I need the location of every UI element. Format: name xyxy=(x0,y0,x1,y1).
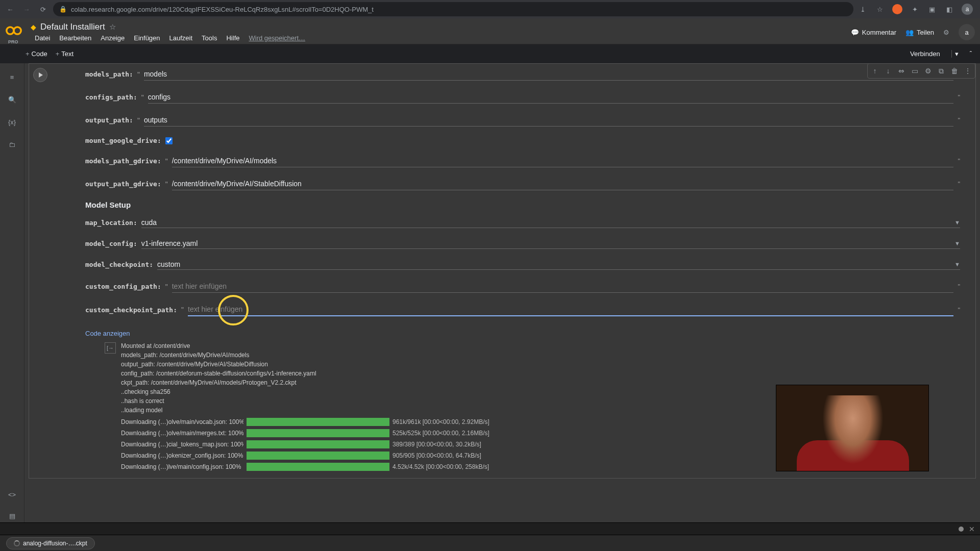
run-cell-button[interactable] xyxy=(33,68,47,82)
cell-menu-button[interactable]: ⋮ xyxy=(962,65,974,77)
forward-button[interactable]: → xyxy=(20,3,33,15)
model-config-dropdown[interactable]: v1-inference.yaml▼ xyxy=(141,238,960,249)
output-path-gdrive-label: output_path_gdrive: xyxy=(85,180,161,188)
reload-button[interactable]: ⟳ xyxy=(37,3,49,15)
share-button[interactable]: 👥 Teilen xyxy=(905,29,934,36)
progress-label: Downloading (…)olve/main/vocab.json: 100… xyxy=(121,418,243,425)
output-line: output_path: /content/drive/MyDrive/AI/S… xyxy=(121,360,960,369)
connect-button[interactable]: Verbinden xyxy=(903,48,947,60)
custom-checkpoint-path-input[interactable] xyxy=(188,303,953,316)
sidebar-icon[interactable]: ◧ xyxy=(944,4,954,14)
menu-tools[interactable]: Tools xyxy=(198,33,221,43)
progress-stats: 525k/525k [00:00<00:00, 2.16MB/s] xyxy=(393,430,489,437)
move-down-button[interactable]: ↓ xyxy=(882,65,894,77)
status-close-button[interactable]: ✕ xyxy=(969,525,975,533)
comment-cell-button[interactable]: ▭ xyxy=(909,65,921,77)
extension-orange-icon[interactable] xyxy=(892,4,902,14)
bookmark-icon[interactable]: ☆ xyxy=(875,4,885,14)
cell-toolbar: ↑ ↓ ⇔ ▭ ⚙ ⧉ 🗑 ⋮ xyxy=(867,63,975,79)
models-path-input[interactable] xyxy=(144,68,953,81)
progress-stats: 389/389 [00:00<00:00, 30.2kB/s] xyxy=(393,441,481,448)
add-text-label: Text xyxy=(61,50,74,58)
share-label: Teilen xyxy=(917,29,934,36)
status-bar: ✕ xyxy=(0,522,980,535)
comment-button[interactable]: 💬 Kommentar xyxy=(851,29,896,36)
add-code-label: Code xyxy=(32,50,47,58)
chevron-down-icon: ▼ xyxy=(954,219,960,226)
settings-button[interactable]: ⚙ xyxy=(943,29,949,36)
share-icon: 👥 xyxy=(905,29,914,36)
pro-badge: PRO xyxy=(8,39,18,44)
webcam-overlay xyxy=(776,385,929,471)
progress-bar xyxy=(247,463,389,471)
add-text-button[interactable]: +Text xyxy=(56,50,74,58)
mirror-button[interactable]: ⧉ xyxy=(935,65,947,77)
menu-insert[interactable]: Einfügen xyxy=(130,33,164,43)
chevron-down-icon: ▼ xyxy=(954,261,960,267)
svg-point-1 xyxy=(14,27,21,34)
extensions-icon[interactable]: ✦ xyxy=(910,4,920,14)
output-path-gdrive-input[interactable] xyxy=(172,178,954,190)
search-icon[interactable]: 🔍 xyxy=(7,94,18,105)
progress-label: Downloading (…)lve/main/config.json: 100… xyxy=(121,463,243,470)
progress-label: Downloading (…)olve/main/merges.txt: 100… xyxy=(121,430,243,437)
model-setup-heading: Model Setup xyxy=(85,201,960,209)
document-title[interactable]: Default Installiert xyxy=(40,22,105,32)
tabs-icon[interactable]: ▣ xyxy=(927,4,937,14)
delete-button[interactable]: 🗑 xyxy=(948,65,961,77)
address-bar[interactable]: 🔒 colab.research.google.com/drive/120Cdq… xyxy=(53,2,853,16)
menu-help[interactable]: Hilfe xyxy=(222,33,243,43)
cell-settings-button[interactable]: ⚙ xyxy=(922,65,934,77)
output-line: models_path: /content/drive/MyDrive/AI/m… xyxy=(121,350,960,360)
chevron-down-icon: ▼ xyxy=(954,240,960,246)
progress-stats: 961k/961k [00:00<00:00, 2.92MB/s] xyxy=(393,418,489,425)
files-icon[interactable]: 🗀 xyxy=(7,139,18,150)
saving-status: Wird gespeichert… xyxy=(244,33,309,43)
custom-checkpoint-path-label: custom_checkpoint_path: xyxy=(85,306,177,314)
models-path-gdrive-input[interactable] xyxy=(172,155,954,167)
add-code-button[interactable]: +Code xyxy=(26,50,47,58)
progress-label: Downloading (…)cial_tokens_map.json: 100… xyxy=(121,441,243,448)
menu-view[interactable]: Anzeige xyxy=(96,33,129,43)
progress-bar xyxy=(247,429,389,437)
colab-logo[interactable]: PRO xyxy=(5,22,26,42)
profile-avatar[interactable]: a xyxy=(962,4,973,15)
progress-bar xyxy=(247,418,389,426)
map-location-dropdown[interactable]: cuda▼ xyxy=(141,217,960,228)
browser-toolbar: ← → ⟳ 🔒 colab.research.google.com/drive/… xyxy=(0,0,980,18)
map-location-value: cuda xyxy=(141,218,157,227)
user-avatar[interactable]: a xyxy=(959,24,975,40)
progress-label: Downloading (…)okenizer_config.json: 100… xyxy=(121,452,243,459)
link-button[interactable]: ⇔ xyxy=(895,65,908,77)
output-toggle-icon[interactable]: [→ xyxy=(105,342,116,354)
command-palette-icon[interactable]: ▤ xyxy=(7,510,18,521)
menu-file[interactable]: Datei xyxy=(31,33,54,43)
code-snippets-icon[interactable]: <> xyxy=(7,489,18,500)
variables-icon[interactable]: {x} xyxy=(7,116,18,128)
toc-icon[interactable]: ≡ xyxy=(7,71,18,83)
install-icon[interactable]: ⤓ xyxy=(857,4,868,14)
menu-edit[interactable]: Bearbeiten xyxy=(55,33,95,43)
output-path-input[interactable] xyxy=(144,114,953,127)
notebook-toolbar: +Code +Text Verbinden ▾ ˆ xyxy=(0,44,980,63)
connect-dropdown[interactable]: ▾ xyxy=(951,50,962,58)
comment-icon: 💬 xyxy=(851,29,859,36)
mount-gdrive-checkbox[interactable] xyxy=(165,137,173,144)
custom-config-path-input[interactable] xyxy=(172,280,954,293)
models-path-gdrive-label: models_path_gdrive: xyxy=(85,157,161,165)
model-checkpoint-value: custom xyxy=(157,260,180,268)
move-up-button[interactable]: ↑ xyxy=(869,65,881,77)
colab-header: PRO ◆ Default Installiert ☆ Datei Bearbe… xyxy=(0,18,980,44)
expand-button[interactable]: ˆ xyxy=(966,48,976,60)
configs-path-label: configs_path: xyxy=(85,93,137,101)
notebook-content[interactable]: ↑ ↓ ⇔ ▭ ⚙ ⧉ 🗑 ⋮ models_path:"" configs_p… xyxy=(24,63,980,551)
back-button[interactable]: ← xyxy=(4,3,16,15)
url-text: colab.research.google.com/drive/120CdqpI… xyxy=(71,6,374,13)
download-item[interactable]: analog-diffusion-….ckpt xyxy=(6,537,95,549)
model-checkpoint-dropdown[interactable]: custom▼ xyxy=(157,259,960,270)
show-code-link[interactable]: Code anzeigen xyxy=(85,330,130,337)
star-icon[interactable]: ☆ xyxy=(109,22,116,32)
configs-path-input[interactable] xyxy=(148,91,954,104)
menu-runtime[interactable]: Laufzeit xyxy=(165,33,197,43)
download-filename: analog-diffusion-….ckpt xyxy=(23,540,87,547)
